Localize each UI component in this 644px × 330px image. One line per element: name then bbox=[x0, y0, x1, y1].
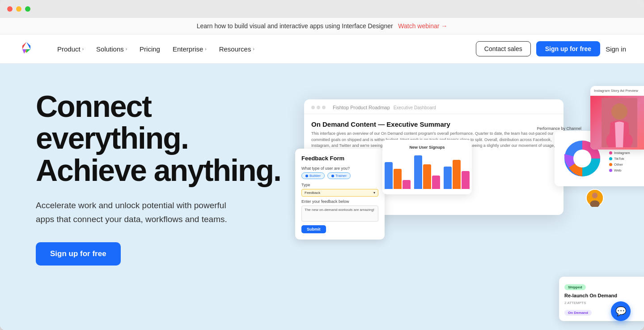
bar-orange-3 bbox=[453, 160, 461, 189]
feedback-form-title: Feedback Form bbox=[301, 155, 378, 162]
story-image bbox=[590, 96, 644, 150]
type-select[interactable]: Feedback ▾ bbox=[301, 189, 378, 197]
task-title: Re-launch On Demand bbox=[564, 293, 643, 298]
story-header: Instagram Story Ad Preview › bbox=[590, 86, 644, 96]
nav-item-product[interactable]: Product › bbox=[53, 43, 88, 56]
bar-chart bbox=[388, 153, 466, 189]
hero-subtext: Accelerate work and unlock potential wit… bbox=[36, 199, 233, 226]
task-shipped-tag: Shipped bbox=[564, 284, 586, 290]
minimize-button[interactable] bbox=[16, 6, 21, 12]
radio-group: Builder Trainer bbox=[301, 172, 378, 179]
hero-left: Connect everything. Achieve anything. Ac… bbox=[36, 81, 295, 330]
radio-builder[interactable]: Builder bbox=[301, 172, 325, 179]
legend-web: Web bbox=[609, 168, 630, 172]
hero-headline: Connect everything. Achieve anything. bbox=[36, 90, 295, 186]
navbar: Product › Solutions › Pricing Enterprise… bbox=[0, 34, 644, 64]
browser-chrome bbox=[0, 0, 644, 18]
legend-instagram: Instagram bbox=[609, 151, 630, 155]
task-category-tag: On Demand bbox=[564, 310, 592, 316]
nav-item-resources[interactable]: Resources › bbox=[215, 43, 259, 56]
type-label: Type bbox=[301, 183, 378, 187]
signup-button[interactable]: Sign up for free bbox=[536, 41, 600, 56]
signin-link[interactable]: Sign in bbox=[606, 45, 626, 53]
dashboard-header: Fishtop Product Roadmap Executive Dashbo… bbox=[304, 99, 564, 114]
dashboard-section-title: On Demand Content — Executive Summary bbox=[311, 120, 556, 128]
svg-point-14 bbox=[592, 193, 598, 198]
logo[interactable] bbox=[18, 40, 35, 57]
nav-item-enterprise[interactable]: Enterprise › bbox=[168, 43, 211, 56]
task-card: Shipped Re-launch On Demand 2 ATTEMPTS O… bbox=[559, 277, 644, 321]
avatar-overlay-1 bbox=[586, 189, 604, 207]
chevron-down-icon: › bbox=[126, 47, 127, 51]
bar-pink-3 bbox=[462, 171, 470, 189]
textarea-label: Enter your feedback below bbox=[301, 199, 378, 204]
nav-links: Product › Solutions › Pricing Enterprise… bbox=[53, 43, 462, 56]
chevron-down-icon: › bbox=[253, 47, 254, 51]
banner-link[interactable]: Watch webinar → bbox=[398, 22, 447, 30]
svg-point-9 bbox=[573, 150, 591, 167]
bar-blue-2 bbox=[414, 155, 422, 189]
svg-point-11 bbox=[611, 103, 627, 120]
submit-button[interactable]: Submit bbox=[301, 225, 326, 233]
dashboard-breadcrumb2: Executive Dashboard bbox=[394, 105, 436, 110]
close-button[interactable] bbox=[7, 6, 13, 12]
bar-pink-2 bbox=[432, 176, 440, 189]
performance-label: Performance by Channel bbox=[537, 126, 581, 131]
nav-item-solutions[interactable]: Solutions › bbox=[92, 43, 131, 56]
maximize-button[interactable] bbox=[25, 6, 30, 12]
announcement-banner: Learn how to build visual and interactiv… bbox=[0, 18, 644, 34]
legend-tiktok: TikTok bbox=[609, 157, 630, 161]
bar-chart-card: New User Signups bbox=[382, 140, 472, 194]
banner-text: Learn how to build visual and interactiv… bbox=[197, 22, 393, 30]
bar-blue-1 bbox=[385, 162, 393, 189]
chevron-down-icon: › bbox=[82, 47, 84, 51]
story-preview-card: Instagram Story Ad Preview › bbox=[590, 86, 644, 150]
task-meta: 2 ATTEMPTS bbox=[564, 301, 643, 305]
bar-blue-3 bbox=[444, 167, 452, 189]
chat-button[interactable]: 💬 bbox=[611, 301, 631, 321]
hero-signup-button[interactable]: Sign up for free bbox=[36, 242, 121, 266]
legend-other: Other bbox=[609, 163, 630, 167]
feedback-form-card: Feedback Form What type of user are you?… bbox=[295, 149, 385, 240]
chevron-down-icon: ▾ bbox=[373, 191, 375, 195]
dashboard-breadcrumb1: Fishtop Product Roadmap bbox=[333, 105, 390, 110]
chat-icon: 💬 bbox=[615, 306, 627, 317]
chart-title: New User Signups bbox=[388, 145, 466, 150]
nav-actions: Contact sales Sign up for free Sign in bbox=[476, 41, 626, 56]
bar-group-3 bbox=[444, 160, 470, 189]
bar-orange-1 bbox=[394, 169, 402, 189]
svg-rect-0 bbox=[18, 40, 35, 57]
hero-visuals: Fishtop Product Roadmap Executive Dashbo… bbox=[295, 95, 644, 330]
chevron-down-icon: › bbox=[205, 47, 206, 51]
hero-section: Connect everything. Achieve anything. Ac… bbox=[0, 64, 644, 330]
browser-window: Learn how to build visual and interactiv… bbox=[0, 0, 644, 330]
bar-group-2 bbox=[414, 155, 440, 189]
bar-pink-1 bbox=[402, 180, 411, 189]
feedback-question: What type of user are you? bbox=[301, 166, 378, 171]
contact-sales-button[interactable]: Contact sales bbox=[476, 41, 531, 56]
bar-orange-2 bbox=[423, 164, 431, 189]
nav-item-pricing[interactable]: Pricing bbox=[135, 43, 165, 56]
radio-trainer[interactable]: Trainer bbox=[327, 172, 351, 179]
feedback-textarea[interactable]: The new on-demand workouts are amazing! bbox=[301, 206, 378, 222]
story-person bbox=[602, 98, 637, 147]
bar-group-1 bbox=[385, 162, 411, 189]
